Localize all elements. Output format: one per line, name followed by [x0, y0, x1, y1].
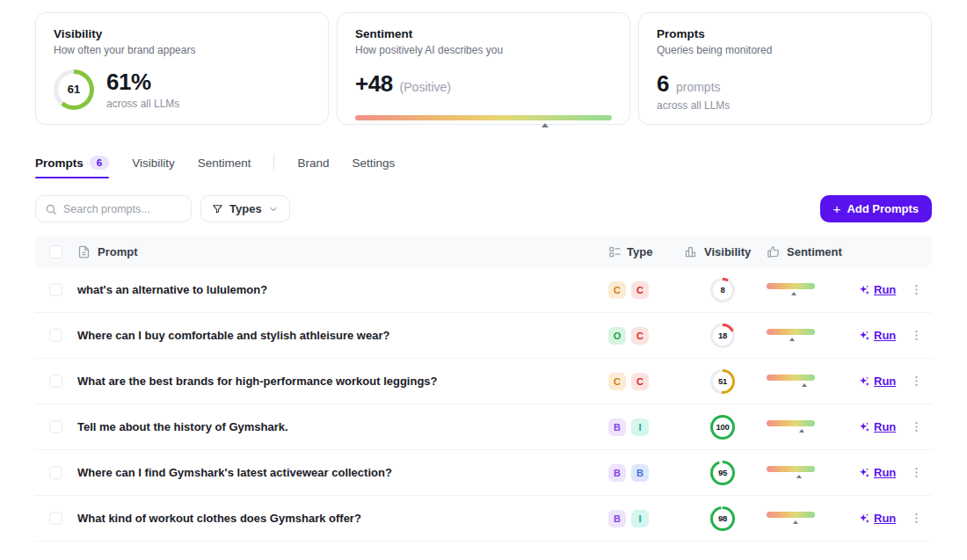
run-button[interactable]: Run: [858, 329, 896, 342]
types-filter-label: Types: [229, 202, 262, 215]
row-menu-button[interactable]: [910, 512, 923, 525]
visibility-card: Visibility How often your brand appears …: [35, 12, 329, 125]
type-badges: BI: [608, 510, 684, 527]
sentiment-bar-wrap: [767, 283, 815, 297]
sentiment-bar-wrap: [767, 375, 815, 389]
sentiment-marker: [802, 383, 807, 387]
plus-icon: +: [833, 201, 841, 216]
visibility-gauge: 95: [710, 461, 735, 485]
row-checkbox[interactable]: [49, 375, 62, 388]
row-menu-button[interactable]: [910, 329, 923, 342]
type-badges: CC: [608, 281, 684, 299]
row-checkbox[interactable]: [49, 329, 62, 342]
select-all-checkbox[interactable]: [49, 245, 62, 258]
run-button[interactable]: Run: [858, 283, 896, 296]
tab-visibility[interactable]: Visibility: [132, 149, 175, 177]
visibility-card-subtitle: How often your brand appears: [54, 44, 310, 56]
type-badge: O: [608, 327, 626, 345]
visibility-caption: across all LLMs: [106, 98, 179, 110]
tab-settings[interactable]: Settings: [353, 149, 396, 177]
sentiment-bar: [767, 466, 815, 472]
visibility-gauge: 18: [710, 324, 735, 348]
types-filter-button[interactable]: Types: [200, 195, 290, 222]
type-badges: BB: [608, 464, 684, 482]
type-badges: OC: [608, 327, 684, 345]
type-badges: BI: [608, 418, 684, 436]
type-badge: C: [608, 373, 626, 390]
tab-label: Visibility: [132, 156, 175, 170]
type-badge: C: [608, 281, 626, 299]
visibility-value: 18: [713, 326, 732, 345]
table-row: What kind of workout clothes does Gymsha…: [35, 496, 932, 542]
tab-label: Sentiment: [198, 156, 251, 170]
run-button[interactable]: Run: [858, 375, 896, 388]
sentiment-marker: [789, 338, 795, 341]
type-badge: B: [608, 418, 626, 436]
visibility-percent: 61%: [106, 69, 179, 96]
sparkles-icon: [858, 513, 870, 525]
run-button[interactable]: Run: [858, 512, 896, 525]
table-row: Tell me about the history of Gymshark. B…: [35, 404, 932, 450]
visibility-value: 100: [713, 418, 732, 437]
sentiment-card: Sentiment How positively AI describes yo…: [337, 12, 630, 125]
row-menu-button[interactable]: [910, 283, 923, 296]
chevron-down-icon: [268, 204, 279, 215]
tab-prompts[interactable]: Prompts6: [35, 149, 109, 177]
row-menu-button[interactable]: [910, 420, 923, 433]
run-label: Run: [874, 466, 896, 479]
prompt-text: Where can I buy comfortable and stylish …: [77, 329, 389, 342]
visibility-gauge: 8: [710, 278, 735, 302]
table-row: Where can I buy comfortable and stylish …: [35, 313, 932, 359]
visibility-gauge: 51: [710, 369, 735, 394]
tab-label: Prompts: [35, 156, 84, 170]
sentiment-bar-wrap: [767, 512, 815, 526]
sentiment-label: (Positive): [400, 80, 451, 94]
sentiment-marker: [796, 475, 802, 478]
visibility-value: 98: [713, 509, 732, 528]
tab-divider: [273, 155, 274, 171]
row-menu-button[interactable]: [910, 375, 923, 388]
type-badges: CC: [608, 373, 684, 390]
sentiment-bar-wrap: [767, 466, 815, 480]
prompts-card: Prompts Queries being monitored 6 prompt…: [638, 12, 932, 125]
run-label: Run: [874, 420, 896, 433]
list-type-icon: [608, 245, 622, 258]
prompt-text: Where can I find Gymshark's latest activ…: [77, 466, 392, 479]
search-input-wrap[interactable]: [35, 195, 192, 222]
row-checkbox[interactable]: [49, 512, 62, 525]
tab-bar: Prompts6VisibilitySentimentBrandSettings: [35, 149, 932, 177]
sentiment-bar-wrap: [767, 329, 815, 343]
prompts-unit: prompts: [676, 80, 721, 94]
prompt-text: What kind of workout clothes does Gymsha…: [77, 512, 361, 525]
row-checkbox[interactable]: [49, 466, 62, 479]
search-input[interactable]: [63, 203, 182, 215]
type-badge: B: [608, 510, 626, 527]
sentiment-bar: [767, 420, 815, 426]
sentiment-marker: [799, 429, 804, 433]
row-checkbox[interactable]: [49, 420, 62, 433]
sentiment-bar-wrap: [767, 420, 815, 434]
add-prompts-button[interactable]: + Add Prompts: [820, 195, 932, 222]
sparkles-icon: [858, 284, 870, 296]
type-badge: B: [608, 464, 626, 482]
run-button[interactable]: Run: [858, 466, 896, 479]
header-visibility: Visibility: [704, 245, 751, 258]
tab-sentiment[interactable]: Sentiment: [198, 149, 251, 177]
summary-cards: Visibility How often your brand appears …: [35, 12, 932, 125]
sentiment-bar: [767, 283, 815, 289]
row-checkbox[interactable]: [49, 283, 62, 296]
table-body: what's an alternative to lululemon? CC 8…: [35, 267, 932, 542]
sentiment-scale-marker: [542, 123, 549, 127]
sentiment-scale: [355, 115, 612, 127]
prompt-text: What are the best brands for high-perfor…: [77, 375, 438, 388]
sentiment-score: +48: [355, 70, 393, 98]
visibility-gauge: 98: [710, 506, 735, 531]
run-button[interactable]: Run: [858, 420, 896, 433]
filter-funnel-icon: [212, 203, 223, 215]
visibility-gauge-value: 61: [58, 74, 90, 105]
add-prompts-label: Add Prompts: [847, 202, 919, 215]
visibility-value: 51: [713, 372, 732, 391]
tab-brand[interactable]: Brand: [297, 149, 329, 177]
visibility-gauge: 100: [710, 415, 735, 440]
row-menu-button[interactable]: [910, 466, 923, 479]
